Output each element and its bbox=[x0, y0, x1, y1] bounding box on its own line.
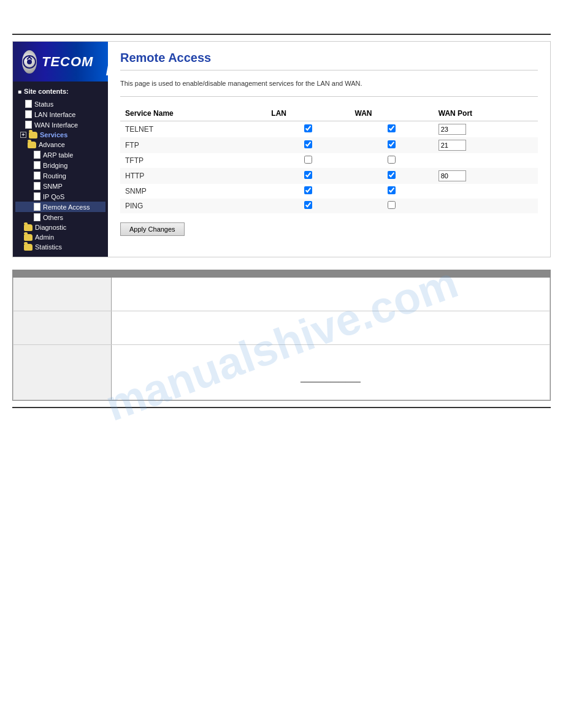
sidebar-label-services: Services bbox=[40, 131, 67, 138]
content-area: Remote Access This page is used to enabl… bbox=[108, 42, 550, 257]
page-icon bbox=[34, 172, 40, 180]
sidebar-label-statistics: Statistics bbox=[35, 243, 62, 251]
bottom-row3-label bbox=[13, 345, 112, 400]
sidebar-item-lan-interface[interactable]: LAN Interface bbox=[15, 109, 105, 119]
table-row: HTTP bbox=[120, 168, 538, 184]
page-icon bbox=[34, 213, 40, 221]
sidebar-item-arp-table[interactable]: ARP table bbox=[15, 150, 105, 160]
bottom-divider bbox=[12, 407, 551, 408]
bottom-section: ________________ bbox=[12, 270, 551, 401]
bottom-row2-content bbox=[112, 311, 550, 345]
ftp-wan-checkbox[interactable] bbox=[388, 140, 396, 148]
tftp-lan-cell bbox=[266, 153, 350, 168]
folder-icon bbox=[29, 132, 37, 138]
content-divider2 bbox=[120, 96, 538, 97]
page-icon bbox=[25, 100, 32, 108]
sidebar-label-advance: Advance bbox=[39, 141, 65, 148]
sidebar-item-statistics[interactable]: Statistics bbox=[15, 242, 105, 252]
http-lan-checkbox[interactable] bbox=[304, 171, 312, 179]
folder-icon bbox=[28, 142, 36, 148]
snmp-wanport-cell bbox=[434, 184, 538, 199]
page-icon bbox=[34, 151, 40, 159]
telnet-wan-checkbox[interactable] bbox=[388, 124, 396, 132]
apply-changes-button[interactable]: Apply Changes bbox=[120, 222, 185, 236]
sidebar-item-services[interactable]: + Services bbox=[15, 130, 105, 140]
tftp-lan-checkbox[interactable] bbox=[304, 156, 312, 164]
http-wan-checkbox[interactable] bbox=[388, 171, 396, 179]
sidebar-item-others[interactable]: Others bbox=[15, 212, 105, 222]
bottom-row1-content bbox=[112, 278, 550, 311]
ping-wanport-cell bbox=[434, 199, 538, 213]
sidebar-item-advance[interactable]: Advance bbox=[15, 140, 105, 150]
http-lan-cell bbox=[266, 168, 350, 184]
page-icon bbox=[34, 192, 40, 200]
http-wan-cell bbox=[350, 168, 434, 184]
bottom-table-header-col2 bbox=[112, 271, 550, 278]
service-name-ping: PING bbox=[120, 199, 266, 213]
sidebar-item-bridging[interactable]: Bridging bbox=[15, 160, 105, 170]
snmp-wan-cell bbox=[350, 184, 434, 199]
sidebar-item-snmp[interactable]: SNMP bbox=[15, 181, 105, 191]
sidebar-label-admin: Admin bbox=[35, 233, 54, 241]
table-row bbox=[13, 311, 550, 345]
sidebar-item-remote-access[interactable]: Remote Access bbox=[15, 202, 105, 212]
page-icon bbox=[34, 161, 40, 169]
bottom-table-header-col1 bbox=[13, 271, 112, 278]
snmp-wan-checkbox[interactable] bbox=[388, 186, 396, 194]
service-name-snmp: SNMP bbox=[120, 184, 266, 199]
sidebar-label-snmp: SNMP bbox=[43, 183, 63, 190]
sidebar-label-arp: ARP table bbox=[43, 151, 73, 159]
sidebar-item-admin[interactable]: Admin bbox=[15, 232, 105, 242]
sidebar-label-others: Others bbox=[43, 214, 63, 221]
sidebar-label-diagnostic: Diagnostic bbox=[35, 224, 66, 231]
snmp-lan-cell bbox=[266, 184, 350, 199]
bottom-row3-content: ________________ bbox=[112, 345, 550, 400]
table-row: FTP bbox=[120, 137, 538, 153]
bottom-row1-label bbox=[13, 278, 112, 311]
tftp-wan-checkbox[interactable] bbox=[388, 156, 396, 164]
tftp-wan-cell bbox=[350, 153, 434, 168]
ping-lan-cell bbox=[266, 199, 350, 213]
ftp-lan-checkbox[interactable] bbox=[304, 140, 312, 148]
sidebar-item-ip-qos[interactable]: IP QoS bbox=[15, 191, 105, 202]
header-service-name: Service Name bbox=[120, 106, 266, 121]
logo-circle bbox=[22, 50, 37, 74]
table-row: PING bbox=[120, 199, 538, 213]
ftp-wanport-cell bbox=[434, 137, 538, 153]
telnet-lan-checkbox[interactable] bbox=[304, 124, 312, 132]
sidebar-item-status[interactable]: Status bbox=[15, 99, 105, 109]
page-title: Remote Access bbox=[120, 51, 538, 65]
top-divider bbox=[12, 34, 551, 35]
page-icon bbox=[34, 182, 40, 190]
table-row: TFTP bbox=[120, 153, 538, 168]
table-row bbox=[13, 278, 550, 311]
header-wan-port: WAN Port bbox=[434, 106, 538, 121]
folder-icon bbox=[24, 244, 33, 251]
service-name-tftp: TFTP bbox=[120, 153, 266, 168]
bottom-underline-text: ________________ bbox=[301, 375, 361, 382]
sidebar-item-routing[interactable]: Routing bbox=[15, 170, 105, 181]
telnet-port-input[interactable] bbox=[439, 124, 466, 135]
http-port-input[interactable] bbox=[439, 170, 466, 181]
sidebar-label-routing: Routing bbox=[43, 172, 66, 180]
http-wanport-cell bbox=[434, 168, 538, 184]
ftp-port-input[interactable] bbox=[439, 140, 466, 151]
description-text: This page is used to enable/disable mana… bbox=[120, 80, 538, 87]
svg-point-1 bbox=[27, 59, 32, 64]
sidebar-item-diagnostic[interactable]: Diagnostic bbox=[15, 222, 105, 232]
header-lan: LAN bbox=[266, 106, 350, 121]
snmp-lan-checkbox[interactable] bbox=[304, 186, 312, 194]
telnet-wanport-cell bbox=[434, 121, 538, 138]
service-name-ftp: FTP bbox=[120, 137, 266, 153]
table-row: SNMP bbox=[120, 184, 538, 199]
site-contents-label: ■ Site contents: bbox=[15, 86, 105, 96]
expand-icon: + bbox=[20, 132, 26, 138]
bottom-row2-label bbox=[13, 311, 112, 345]
service-name-http: HTTP bbox=[120, 168, 266, 184]
main-container: TECOM ADSL Router ■ Site contents: Statu… bbox=[12, 41, 551, 257]
ping-lan-checkbox[interactable] bbox=[304, 201, 312, 209]
sidebar-label-lan: LAN Interface bbox=[34, 111, 75, 118]
sidebar-label-wan: WAN Interface bbox=[34, 121, 78, 129]
ping-wan-checkbox[interactable] bbox=[388, 201, 396, 209]
sidebar-item-wan-interface[interactable]: WAN Interface bbox=[15, 119, 105, 130]
